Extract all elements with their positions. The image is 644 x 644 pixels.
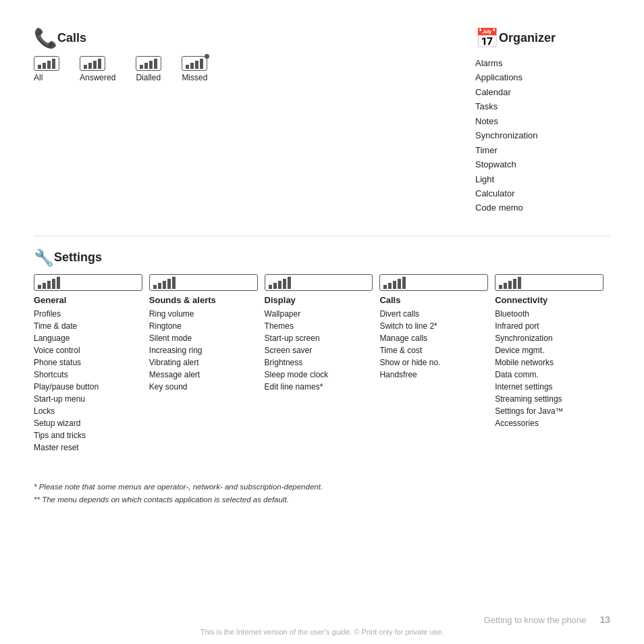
organizer-header: 📅 Organizer bbox=[475, 27, 610, 49]
organizer-section: 📅 Organizer Alarms Applications Calendar… bbox=[475, 27, 610, 215]
organizer-item[interactable]: Alarms bbox=[475, 56, 610, 70]
general-header: General bbox=[34, 295, 142, 305]
call-tabs: All Answered Dialled bbox=[34, 56, 475, 82]
dialled-tab-icon bbox=[136, 56, 161, 71]
settings-title: Settings bbox=[54, 250, 102, 265]
calls-settings-item[interactable]: Switch to line 2* bbox=[379, 320, 488, 332]
organizer-item[interactable]: Tasks bbox=[475, 99, 610, 113]
answered-tab-label: Answered bbox=[80, 73, 115, 82]
organizer-item[interactable]: Timer bbox=[475, 143, 610, 157]
sounds-item[interactable]: Increasing ring bbox=[149, 344, 258, 356]
calls-settings-column: Calls Divert calls Switch to line 2* Man… bbox=[379, 274, 495, 454]
display-column: Display Wallpaper Themes Start-up screen… bbox=[265, 274, 380, 454]
general-item[interactable]: Play/pause button bbox=[34, 381, 142, 393]
organizer-item[interactable]: Notes bbox=[475, 114, 610, 128]
sounds-item[interactable]: Ringtone bbox=[149, 320, 258, 332]
organizer-icon: 📅 bbox=[475, 27, 499, 49]
display-item[interactable]: Brightness bbox=[265, 356, 373, 369]
sounds-column: Sounds & alerts Ring volume Ringtone Sil… bbox=[149, 274, 265, 454]
page-number: 13 bbox=[599, 614, 610, 625]
settings-icon: 🔧 bbox=[34, 248, 54, 267]
connectivity-item[interactable]: Mobile networks bbox=[495, 356, 603, 369]
call-tab-missed[interactable]: Missed bbox=[182, 56, 207, 82]
general-item[interactable]: Profiles bbox=[34, 308, 142, 320]
calls-settings-item[interactable]: Show or hide no. bbox=[379, 356, 488, 369]
calls-settings-item[interactable]: Divert calls bbox=[379, 308, 488, 320]
divider bbox=[34, 236, 610, 236]
display-item[interactable]: Themes bbox=[265, 320, 373, 332]
calls-settings-header: Calls bbox=[379, 295, 488, 305]
connectivity-column: Connectivity Bluetooth Infrared port Syn… bbox=[495, 274, 610, 454]
dialled-tab-label: Dialled bbox=[136, 73, 161, 82]
display-item[interactable]: Start-up screen bbox=[265, 332, 373, 344]
organizer-item[interactable]: Code memo bbox=[475, 200, 610, 215]
general-item[interactable]: Phone status bbox=[34, 356, 142, 369]
sounds-tab-icon bbox=[149, 274, 258, 291]
connectivity-item[interactable]: Infrared port bbox=[495, 320, 603, 332]
calls-header: 📞 Calls bbox=[34, 27, 475, 49]
missed-tab-icon bbox=[182, 56, 207, 71]
connectivity-item[interactable]: Internet settings bbox=[495, 381, 603, 393]
calls-settings-item[interactable]: Time & cost bbox=[379, 344, 488, 356]
general-item[interactable]: Language bbox=[34, 332, 142, 344]
calls-settings-item[interactable]: Handsfree bbox=[379, 369, 488, 381]
calls-title: Calls bbox=[57, 31, 86, 45]
section-label: Getting to know the phone bbox=[484, 615, 587, 625]
display-header: Display bbox=[265, 295, 373, 305]
organizer-item[interactable]: Stopwatch bbox=[475, 157, 610, 171]
all-tab-label: All bbox=[34, 73, 43, 82]
footnote-line2: ** The menu depends on which contacts ap… bbox=[34, 493, 610, 507]
organizer-title: Organizer bbox=[499, 31, 556, 45]
internet-notice: This is the Internet version of the user… bbox=[200, 628, 444, 636]
general-item[interactable]: Tips and tricks bbox=[34, 429, 142, 441]
connectivity-item[interactable]: Bluetooth bbox=[495, 308, 603, 320]
display-item[interactable]: Screen saver bbox=[265, 344, 373, 356]
settings-header: 🔧 Settings bbox=[34, 248, 610, 267]
connectivity-header: Connectivity bbox=[495, 295, 603, 305]
display-item[interactable]: Wallpaper bbox=[265, 308, 373, 320]
connectivity-item[interactable]: Data comm. bbox=[495, 369, 603, 381]
connectivity-item[interactable]: Streaming settings bbox=[495, 393, 603, 405]
connectivity-item[interactable]: Accessories bbox=[495, 417, 603, 429]
general-item[interactable]: Start-up menu bbox=[34, 393, 142, 405]
sounds-item[interactable]: Silent mode bbox=[149, 332, 258, 344]
sounds-item[interactable]: Key sound bbox=[149, 381, 258, 393]
footnote-line1: * Please note that some menus are operat… bbox=[34, 481, 610, 494]
connectivity-tab-icon bbox=[495, 274, 603, 291]
footnotes: * Please note that some menus are operat… bbox=[34, 481, 610, 507]
general-tab-icon bbox=[34, 274, 142, 291]
general-item[interactable]: Voice control bbox=[34, 344, 142, 356]
connectivity-item[interactable]: Settings for Java™ bbox=[495, 405, 603, 417]
organizer-list: Alarms Applications Calendar Tasks Notes… bbox=[475, 56, 610, 215]
organizer-item[interactable]: Applications bbox=[475, 70, 610, 84]
display-item[interactable]: Edit line names* bbox=[265, 381, 373, 393]
settings-section: 🔧 Settings General Profiles Time & date … bbox=[34, 248, 610, 454]
general-item[interactable]: Master reset bbox=[34, 441, 142, 454]
calls-section: 📞 Calls All Answered bbox=[34, 27, 475, 215]
general-item[interactable]: Time & date bbox=[34, 320, 142, 332]
sounds-item[interactable]: Vibrating alert bbox=[149, 356, 258, 369]
calls-settings-item[interactable]: Manage calls bbox=[379, 332, 488, 344]
organizer-item[interactable]: Light bbox=[475, 172, 610, 186]
sounds-item[interactable]: Ring volume bbox=[149, 308, 258, 320]
calls-icon: 📞 bbox=[34, 27, 57, 49]
call-tab-dialled[interactable]: Dialled bbox=[136, 56, 161, 82]
footer-bar: Getting to know the phone 13 bbox=[34, 614, 610, 625]
connectivity-item[interactable]: Synchronization bbox=[495, 332, 603, 344]
missed-tab-label: Missed bbox=[182, 73, 207, 82]
organizer-item[interactable]: Calculator bbox=[475, 186, 610, 200]
general-item[interactable]: Locks bbox=[34, 405, 142, 417]
sounds-item[interactable]: Message alert bbox=[149, 369, 258, 381]
organizer-item[interactable]: Synchronization bbox=[475, 128, 610, 142]
answered-tab-icon bbox=[80, 56, 105, 71]
general-item[interactable]: Shortcuts bbox=[34, 369, 142, 381]
call-tab-all[interactable]: All bbox=[34, 56, 59, 82]
call-tab-answered[interactable]: Answered bbox=[80, 56, 115, 82]
display-item[interactable]: Sleep mode clock bbox=[265, 369, 373, 381]
connectivity-item[interactable]: Device mgmt. bbox=[495, 344, 603, 356]
general-item[interactable]: Setup wizard bbox=[34, 417, 142, 429]
display-tab-icon bbox=[265, 274, 373, 291]
calls-settings-tab-icon bbox=[379, 274, 488, 291]
organizer-item[interactable]: Calendar bbox=[475, 85, 610, 99]
sounds-header: Sounds & alerts bbox=[149, 295, 258, 305]
